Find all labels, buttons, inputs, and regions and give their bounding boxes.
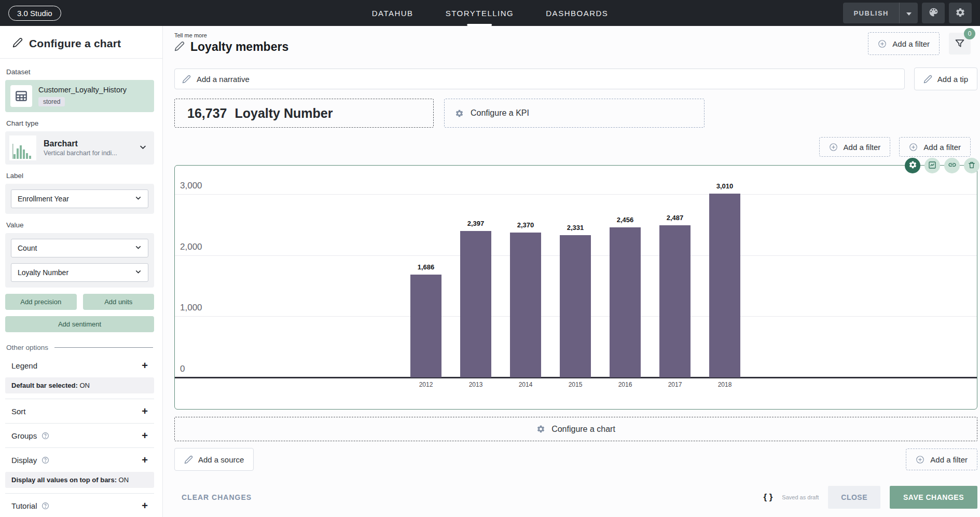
palette-icon — [928, 7, 939, 19]
add-filter-label: Add a filter — [844, 143, 881, 152]
line-chart-icon — [928, 161, 936, 171]
chart-trend-button[interactable] — [924, 158, 940, 173]
bar-2012[interactable] — [410, 275, 441, 377]
option-note: Default bar selected: ON — [5, 377, 154, 393]
bar-2015[interactable] — [560, 235, 591, 377]
y-tick-label: 3,000 — [180, 181, 202, 191]
add-filter-button-2[interactable]: Add a filter — [899, 137, 971, 157]
add-sentiment-button[interactable]: Add sentiment — [5, 316, 154, 332]
x-tick-label: 2015 — [560, 381, 591, 388]
trash-icon — [968, 161, 976, 171]
add-tip-button[interactable]: Add a tip — [914, 67, 977, 90]
close-button[interactable]: CLOSE — [828, 486, 880, 509]
chart-type-description: Vertical barchart for indi... — [44, 149, 117, 157]
x-tick-label: 2017 — [659, 381, 691, 388]
configure-chart-sidebar: Configure a chart Dataset Customer_Loyal… — [0, 26, 163, 517]
chart-type-selector[interactable]: Barchart Vertical barchart for indi... — [5, 131, 154, 165]
expand-plus-icon[interactable]: + — [142, 430, 148, 441]
value-section-label: Value — [6, 221, 154, 229]
bar-2018[interactable] — [709, 194, 740, 377]
storytelling-main: Tell me more Loyalty members Add a filte… — [163, 26, 980, 517]
bar-2017[interactable] — [659, 225, 691, 377]
gear-icon — [455, 109, 464, 118]
label-section-label: Label — [6, 172, 154, 180]
help-icon[interactable] — [42, 502, 49, 510]
y-tick-label: 0 — [180, 364, 185, 374]
theme-palette-button[interactable] — [922, 3, 945, 23]
chart-filter-row: Add a filter Add a filter — [174, 137, 971, 157]
code-braces-icon[interactable]: { } — [763, 492, 772, 502]
chevron-down-icon — [135, 195, 142, 203]
chart-delete-button[interactable] — [964, 158, 979, 173]
chart-type-info: Barchart Vertical barchart for indi... — [44, 139, 117, 157]
chart-container[interactable]: 01,0002,0003,0001,68620122,39720132,3702… — [174, 165, 977, 410]
bar-value-label: 2,397 — [455, 220, 496, 227]
tab-dashboards[interactable]: DASHBOARDS — [546, 0, 608, 26]
add-filter-top-button[interactable]: Add a filter — [868, 32, 940, 55]
configure-chart-label: Configure a chart — [551, 425, 615, 434]
tab-datahub[interactable]: DATAHUB — [372, 0, 413, 26]
dataset-name: Customer_Loyalty_History — [38, 86, 127, 94]
x-tick-label: 2012 — [410, 381, 441, 388]
label-select[interactable]: Enrollment Year — [11, 189, 148, 208]
bar-2014[interactable] — [510, 233, 541, 377]
bar-2013[interactable] — [460, 231, 491, 377]
configure-chart-button[interactable]: Configure a chart — [174, 417, 977, 441]
bar-chart-plot: 01,0002,0003,0001,68620122,39720132,3702… — [175, 166, 977, 409]
chart-settings-button[interactable] — [905, 158, 920, 173]
bar-value-label: 2,487 — [654, 214, 696, 222]
save-changes-button[interactable]: SAVE CHANGES — [890, 486, 977, 509]
publish-button[interactable]: PUBLISH — [843, 3, 899, 23]
add-filter-bottom-button[interactable]: Add a filter — [906, 448, 977, 470]
expand-plus-icon[interactable]: + — [142, 455, 148, 465]
publish-dropdown-caret[interactable] — [899, 3, 918, 23]
plus-circle-icon — [878, 39, 887, 48]
clear-changes-button[interactable]: CLEAR CHANGES — [182, 493, 252, 501]
chevron-down-icon — [139, 143, 147, 153]
app-root: 3.0 Studio DATAHUBSTORYTELLINGDASHBOARDS… — [0, 0, 980, 517]
option-row-display[interactable]: Display+ — [5, 448, 154, 472]
gear-icon — [955, 7, 965, 19]
help-icon[interactable] — [42, 456, 49, 464]
kpi-card[interactable]: 16,737 Loyalty Number — [174, 99, 434, 128]
bar-2016[interactable] — [610, 227, 641, 377]
option-label: Groups — [11, 431, 37, 440]
y-tick-label: 1,000 — [180, 303, 202, 313]
option-row-groups[interactable]: Groups+ — [5, 424, 154, 447]
footer-actions: { } Saved as draft CLOSE SAVE CHANGES — [763, 486, 977, 509]
configure-kpi-button[interactable]: Configure a KPI — [444, 99, 705, 128]
tell-me-more-label: Tell me more — [174, 32, 288, 38]
value-field-select[interactable]: Loyalty Number — [11, 263, 148, 282]
option-row-legend[interactable]: Legend+ — [5, 353, 154, 377]
edit-title-pencil-icon[interactable] — [174, 41, 185, 53]
add-precision-button[interactable]: Add precision — [5, 294, 77, 310]
add-filter-label: Add a filter — [930, 455, 968, 464]
expand-plus-icon[interactable]: + — [142, 500, 148, 511]
add-tip-label: Add a tip — [937, 75, 968, 84]
configure-kpi-label: Configure a KPI — [471, 108, 529, 118]
add-filter-button-1[interactable]: Add a filter — [819, 137, 891, 157]
expand-plus-icon[interactable]: + — [142, 360, 148, 371]
tab-storytelling[interactable]: STORYTELLING — [446, 0, 514, 26]
dataset-card[interactable]: Customer_Loyalty_History stored — [5, 80, 154, 112]
help-icon[interactable] — [42, 432, 49, 440]
option-row-sort[interactable]: Sort+ — [5, 399, 154, 423]
add-source-label: Add a source — [198, 455, 244, 464]
publish-group: PUBLISH — [843, 3, 918, 23]
settings-button[interactable] — [949, 3, 972, 23]
chart-link-button[interactable] — [944, 158, 960, 173]
gear-icon — [908, 160, 917, 171]
expand-plus-icon[interactable]: + — [142, 406, 148, 416]
kpi-row: 16,737 Loyalty Number Configure a KPI — [174, 99, 977, 128]
content: Configure a chart Dataset Customer_Loyal… — [0, 26, 980, 517]
footer-bar: CLEAR CHANGES { } Saved as draft CLOSE S… — [174, 486, 977, 517]
option-row-tutorial[interactable]: Tutorial+ — [5, 494, 154, 517]
value-panel: Count Loyalty Number — [5, 233, 154, 288]
add-narrative-input[interactable]: Add a narrative — [174, 69, 905, 89]
value-buttons-row: Add precision Add units — [5, 294, 154, 310]
add-filter-label: Add a filter — [923, 143, 961, 152]
studio-version-badge[interactable]: 3.0 Studio — [8, 6, 61, 21]
add-units-button[interactable]: Add units — [83, 294, 155, 310]
add-source-button[interactable]: Add a source — [174, 448, 254, 471]
value-aggregation-select[interactable]: Count — [11, 239, 148, 257]
